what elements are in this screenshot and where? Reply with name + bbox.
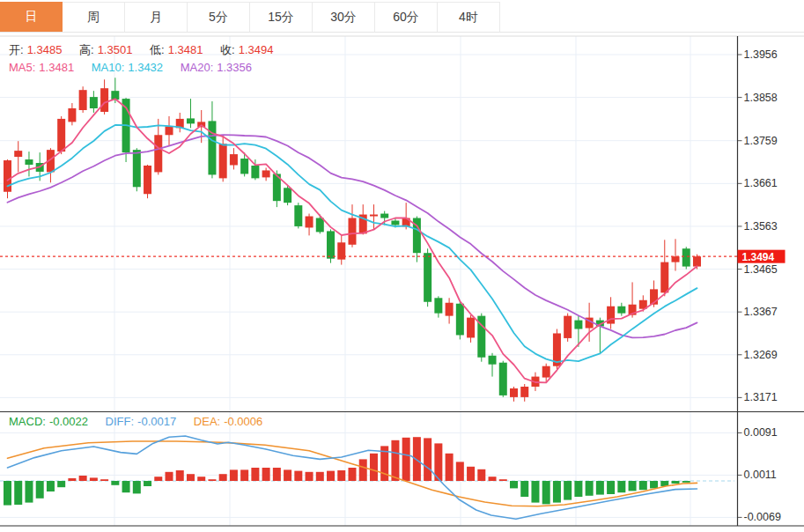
candle-body <box>660 262 668 293</box>
candle-body <box>294 205 302 226</box>
macd-hist-bar <box>348 468 356 481</box>
candle-body <box>4 160 11 192</box>
macd-hist-bar <box>337 470 345 481</box>
macd-hist-bar <box>456 462 464 481</box>
macd-hist-bar <box>133 481 141 493</box>
price-axis-label: 1.3858 <box>744 92 778 104</box>
candle-body <box>144 166 151 194</box>
candle-body <box>240 159 248 174</box>
macd-hist-bar <box>629 481 637 491</box>
candle-body <box>370 215 378 217</box>
macd-hist-bar <box>57 481 65 487</box>
candle-body <box>316 218 324 233</box>
price-axis-label: 1.3465 <box>744 263 778 276</box>
candle-body <box>166 126 173 135</box>
tab-5分[interactable]: 5分 <box>188 2 250 32</box>
macd-hist-bar <box>262 468 270 481</box>
macd-hist-bar <box>251 468 259 481</box>
macd-hist-bar <box>90 477 98 481</box>
tab-月[interactable]: 月 <box>125 2 188 32</box>
macd-hist-bar <box>520 481 528 497</box>
price-axis-label: 1.3956 <box>744 48 778 61</box>
macd-hist-bar <box>639 481 647 490</box>
macd-hist-bar <box>531 481 539 503</box>
tab-周[interactable]: 周 <box>63 2 125 32</box>
macd-hist-bar <box>596 481 604 495</box>
candle-body <box>542 366 550 378</box>
macd-hist-bar <box>391 440 399 481</box>
tab-60分[interactable]: 60分 <box>375 2 438 32</box>
macd-hist-bar <box>607 481 615 494</box>
macd-hist-bar <box>586 481 594 496</box>
tab-4时[interactable]: 4时 <box>438 2 500 32</box>
candle-body <box>306 217 313 228</box>
candle-body <box>682 248 690 266</box>
macd-hist-bar <box>650 481 658 488</box>
macd-hist-bar <box>273 468 281 481</box>
tab-日[interactable]: 日 <box>0 2 63 32</box>
macd-hist-bar <box>327 471 335 481</box>
macd-hist-bar <box>154 477 162 481</box>
candle-body <box>79 90 87 110</box>
macd-axis-label: 0.0091 <box>744 426 778 439</box>
candle-body <box>327 231 335 258</box>
price-axis-label: 1.3171 <box>744 391 778 403</box>
macd-hist-bar <box>197 477 205 481</box>
candle-body <box>499 363 507 395</box>
candle-body <box>434 298 442 313</box>
macd-hist-bar <box>284 469 291 481</box>
macd-hist-bar <box>68 478 76 481</box>
candle-body <box>133 150 141 187</box>
candle-body <box>456 304 464 336</box>
macd-hist-bar <box>166 472 173 481</box>
macd-hist-bar <box>100 479 108 481</box>
macd-hist-bar <box>424 438 432 481</box>
candle-body <box>251 166 259 178</box>
candle-body <box>672 256 680 262</box>
macd-hist-bar <box>446 454 454 481</box>
tab-30分[interactable]: 30分 <box>313 2 375 32</box>
macd-hist-bar <box>25 481 33 503</box>
candle-body <box>230 154 238 165</box>
macd-hist-bar <box>294 471 302 481</box>
candle-body <box>284 188 291 203</box>
macd-hist-bar <box>370 454 378 481</box>
macd-axis-label: -0.0069 <box>744 511 781 523</box>
macd-hist-bar <box>477 469 485 481</box>
macd-hist-bar <box>187 474 195 481</box>
tab-15分[interactable]: 15分 <box>250 2 313 32</box>
price-axis-label: 1.3563 <box>744 220 778 233</box>
candle-body <box>380 214 388 218</box>
candlestick-chart[interactable]: 1.39561.38581.37591.36611.35631.34651.33… <box>0 0 804 532</box>
candle-body <box>68 108 76 122</box>
candle-body <box>489 356 497 365</box>
price-axis-label: 1.3367 <box>744 306 778 318</box>
macd-hist-bar <box>542 481 550 504</box>
candle-body <box>90 97 98 108</box>
macd-hist-bar <box>14 481 22 505</box>
macd-hist-bar <box>359 459 367 481</box>
candle-body <box>262 170 270 177</box>
candle-body <box>391 220 399 225</box>
macd-hist-bar <box>316 472 324 481</box>
candle-body <box>446 303 454 316</box>
price-axis-label: 1.3759 <box>744 135 778 147</box>
macd-hist-bar <box>240 469 248 481</box>
macd-hist-bar <box>111 481 119 485</box>
candle-body <box>617 307 625 314</box>
macd-hist-bar <box>402 438 410 481</box>
macd-hist-bar <box>682 481 690 483</box>
macd-hist-bar <box>230 469 238 481</box>
candle-body <box>100 88 108 112</box>
price-axis-label: 1.3661 <box>744 177 778 189</box>
candle-body <box>187 118 195 123</box>
candle-body <box>57 119 65 151</box>
macd-axis-label: 0.0011 <box>744 469 777 481</box>
candle-body <box>424 253 432 302</box>
last-price-tag-value: 1.3494 <box>742 251 775 263</box>
candle-body <box>510 388 518 397</box>
candle-body <box>467 318 475 338</box>
macd-hist-bar <box>219 474 227 481</box>
candle-body <box>693 256 701 266</box>
macd-hist-bar <box>413 437 421 481</box>
